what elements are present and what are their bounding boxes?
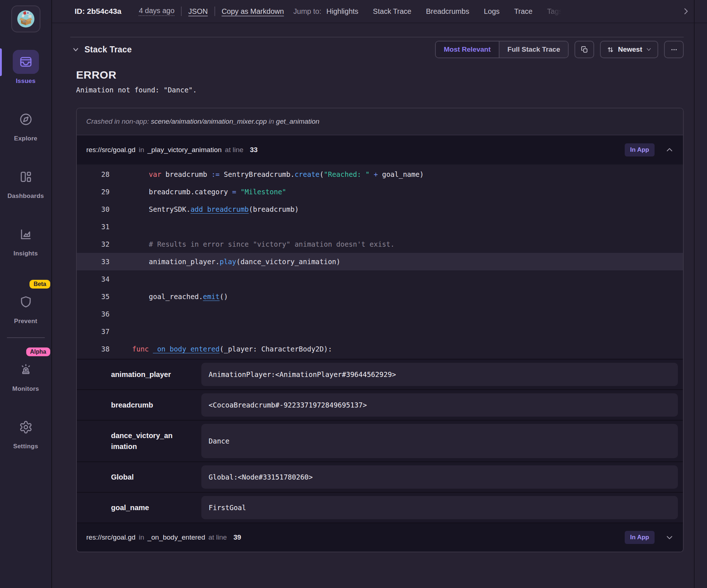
sidebar-item-issues[interactable]: Issues (0, 50, 51, 85)
app-window: IssuesExploreDashboardsInsightsBetaPreve… (0, 0, 707, 588)
line-number: 36 (77, 310, 120, 318)
jump-link-tags[interactable]: Tags (547, 7, 562, 16)
chevron-down-icon (646, 47, 652, 52)
gear-icon (13, 415, 39, 439)
stack-trace-section: Stack Trace Most Relevant Full Stack Tra… (70, 37, 684, 552)
toggle-most-relevant[interactable]: Most Relevant (436, 41, 499, 57)
variable-value: Dance (201, 424, 678, 458)
sidebar: IssuesExploreDashboardsInsightsBetaPreve… (0, 0, 52, 588)
code-line-34: 34 (77, 270, 683, 288)
compass-icon (13, 107, 39, 131)
chevron-up-icon[interactable] (665, 146, 674, 154)
header-separator (181, 7, 182, 16)
sidebar-item-label: Settings (13, 443, 38, 450)
variable-row-goal_name: goal_nameFirstGoal (77, 492, 683, 523)
code-line-31: 31 (77, 218, 683, 235)
variable-value: FirstGoal (201, 496, 678, 519)
sort-dropdown[interactable]: Newest (600, 41, 658, 58)
event-header: ID: 2b54c43a 4 days ago JSON Copy as Mar… (52, 0, 707, 23)
variable-name: breadcrumb (77, 390, 201, 420)
sidebar-item-label: Insights (13, 250, 38, 257)
more-options-button[interactable] (664, 41, 684, 58)
variable-name: goal_name (77, 493, 201, 523)
variable-row-Global: GlobalGlobal:<Node#33151780260> (77, 461, 683, 492)
sidebar-item-settings[interactable]: Settings (0, 415, 51, 450)
sidebar-item-label: Prevent (14, 318, 37, 325)
error-message: Animation not found: "Dance". (76, 86, 684, 94)
code-text: breadcrumb.category = "Milestone" (120, 188, 286, 196)
frame-line-number: 39 (233, 533, 241, 541)
variable-name: Global (77, 462, 201, 492)
beta-badge: Beta (29, 280, 50, 289)
event-content: Stack Trace Most Relevant Full Stack Tra… (52, 37, 707, 552)
copy-icon (581, 46, 588, 53)
nav-overflow-button[interactable] (682, 7, 690, 16)
code-text: animation_player.play(dance_victory_anim… (120, 258, 340, 266)
frame-file: res://src/goal.gd (86, 146, 135, 154)
variable-row-animation_player: animation_playerAnimationPlayer:<Animati… (77, 359, 683, 389)
jump-link-trace[interactable]: Trace (514, 7, 532, 16)
stack-trace-panel: Crashed in non-app: scene/animation/anim… (76, 108, 684, 552)
frame-function: _on_body_entered (147, 533, 205, 541)
variable-name: dance_victory_animation (77, 421, 201, 461)
toggle-full-stack-trace[interactable]: Full Stack Trace (499, 41, 568, 57)
code-text: var breadcrumb := SentryBreadcrumb.creat… (120, 170, 424, 178)
sidebar-item-monitors[interactable]: AlphaMonitors (0, 347, 51, 393)
siren-icon (13, 358, 39, 382)
crash-function: get_animation (276, 118, 319, 125)
sidebar-item-insights[interactable]: Insights (0, 222, 51, 257)
variable-name: animation_player (77, 359, 201, 389)
line-number: 29 (77, 188, 120, 196)
org-logo-image (15, 8, 36, 29)
section-header: Stack Trace Most Relevant Full Stack Tra… (70, 39, 684, 60)
copy-as-markdown-link[interactable]: Copy as Markdown (222, 7, 284, 16)
in-app-badge[interactable]: In App (625, 531, 655, 544)
org-logo[interactable] (11, 5, 40, 32)
variable-value: <CocoaBreadcrumb#-9223371972849695137> (201, 393, 678, 417)
in-app-badge[interactable]: In App (625, 143, 655, 156)
sidebar-item-explore[interactable]: Explore (0, 107, 51, 142)
code-line-32: 32 # Results in error since "victory" an… (77, 235, 683, 253)
code-text: SentrySDK.add_breadcrumb(breadcrumb) (120, 205, 299, 213)
header-separator (214, 7, 215, 16)
jump-link-highlights[interactable]: Highlights (327, 7, 359, 16)
sidebar-item-label: Explore (14, 135, 37, 142)
crash-path: scene/animation/animation_mixer.cpp (151, 118, 266, 125)
chevron-right-icon (682, 7, 690, 16)
line-number: 35 (77, 293, 120, 301)
code-line-33: 33 animation_player.play(dance_victory_a… (77, 253, 683, 270)
json-link[interactable]: JSON (188, 7, 208, 16)
line-number: 31 (77, 223, 120, 231)
sidebar-item-label: Issues (16, 78, 35, 85)
event-age[interactable]: 4 days ago (139, 7, 174, 16)
variable-value: Global:<Node#33151780260> (201, 465, 678, 489)
line-number: 32 (77, 240, 120, 248)
frame-function: _play_victory_animation (147, 146, 222, 154)
chevron-down-icon[interactable] (665, 533, 674, 541)
variables-table: animation_playerAnimationPlayer:<Animati… (77, 359, 683, 523)
jump-link-logs[interactable]: Logs (484, 7, 499, 16)
sidebar-item-label: Monitors (12, 385, 39, 393)
section-title: Stack Trace (84, 45, 132, 55)
copy-stacktrace-button[interactable] (574, 41, 594, 58)
crash-note: Crashed in non-app: scene/animation/anim… (77, 108, 683, 135)
sidebar-item-prevent[interactable]: BetaPrevent (0, 280, 51, 325)
inbox-icon (13, 50, 39, 74)
sidebar-item-label: Dashboards (7, 192, 44, 200)
frame-header-2[interactable]: res://src/goal.gd in _on_body_entered at… (77, 523, 683, 552)
error-type: ERROR (76, 69, 684, 81)
sidebar-item-dashboards[interactable]: Dashboards (0, 165, 51, 200)
jump-link-stack-trace[interactable]: Stack Trace (373, 7, 411, 16)
stacktrace-view-toggle: Most Relevant Full Stack Trace (435, 41, 569, 58)
shield-icon (13, 290, 39, 314)
code-text: # Results in error since "victory" anima… (120, 240, 395, 248)
alpha-badge: Alpha (26, 347, 50, 356)
frame-header-1[interactable]: res://src/goal.gd in _play_victory_anima… (77, 135, 683, 164)
dashboard-icon (13, 165, 39, 189)
code-block: 28 var breadcrumb := SentryBreadcrumb.cr… (77, 164, 683, 359)
line-number: 38 (77, 345, 120, 353)
variable-value: AnimationPlayer:<AnimationPlayer#3964456… (201, 363, 678, 386)
jump-link-breadcrumbs[interactable]: Breadcrumbs (426, 7, 469, 16)
chevron-down-icon[interactable] (72, 45, 80, 53)
code-text: func _on_body_entered(_player: Character… (120, 345, 332, 353)
